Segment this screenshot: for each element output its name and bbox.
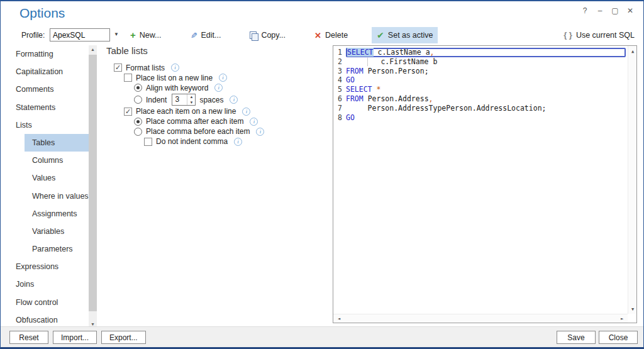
sidebar-item-joins[interactable]: Joins (6, 275, 89, 293)
sidebar-item-columns[interactable]: Columns (6, 152, 89, 169)
horizontal-scrollbar[interactable]: ◄ ► (333, 314, 628, 323)
scrollbar-thumb[interactable] (89, 55, 97, 311)
sql-token: * (376, 85, 380, 94)
sidebar-item-assignments[interactable]: Assignments (6, 205, 89, 223)
new-button[interactable]: +New... (125, 28, 167, 43)
radio-place-comma-before-each-item[interactable] (134, 128, 142, 136)
radio-align-with-keyword[interactable] (134, 84, 142, 92)
toolbar: Profile: ▼ +New...✎Edit...Copy...✕Delete… (1, 26, 643, 44)
checkbox-do-not-indent-comma[interactable] (144, 138, 152, 146)
sidebar-item-expressions[interactable]: Expressions (6, 258, 89, 275)
sql-token: GO (346, 113, 355, 122)
panel-heading: Table lists (106, 45, 330, 56)
scroll-up-icon[interactable]: ▲ (628, 47, 637, 56)
sql-lines: 1SELECT c.LastName a,2 c.FirstName b3FRO… (335, 48, 626, 122)
sql-line[interactable]: 4GO (335, 75, 626, 85)
footer-bar: ResetImport...Export... SaveClose (1, 326, 643, 347)
sql-line[interactable]: 2 c.FirstName b (335, 57, 626, 67)
checkbox-place-each-item-on-a-new-line[interactable]: ✓ (124, 108, 132, 116)
scroll-up-icon[interactable]: ▲ (89, 45, 97, 53)
page-title: Options (19, 6, 65, 21)
sidebar-item-variables[interactable]: Variables (6, 223, 89, 240)
help-button[interactable]: ? (579, 5, 591, 16)
sql-token: SELECT (347, 48, 374, 57)
option-label: Place each item on a new line (136, 107, 236, 116)
sql-line-content: GO (346, 75, 626, 85)
edit-button[interactable]: ✎Edit... (186, 28, 226, 43)
scroll-down-icon[interactable]: ▼ (628, 305, 637, 314)
sidebar-item-tables[interactable]: Tables (6, 134, 89, 152)
spin-down-icon[interactable]: ▼ (187, 100, 195, 106)
option-label: Align with keyword (146, 84, 208, 92)
info-icon[interactable]: i (250, 118, 258, 126)
info-icon[interactable]: i (230, 96, 238, 104)
toolbar-buttons: +New...✎Edit...Copy...✕Delete✔Set as act… (125, 26, 438, 44)
option-row-place-comma-before-each-item: Place comma before each itemi (106, 127, 330, 137)
set-as-active-label: Set as active (388, 31, 433, 40)
close-button[interactable]: ✕ (625, 5, 636, 16)
import-button[interactable]: Import... (53, 331, 97, 344)
scroll-right-icon[interactable]: ► (618, 314, 626, 323)
sql-line[interactable]: 7 Person.AddressTypePerson.AddressLocati… (335, 104, 626, 113)
sql-token: c.FirstName b (346, 57, 437, 66)
sql-line[interactable]: 1SELECT c.LastName a, (335, 48, 626, 57)
copy-button[interactable]: Copy... (245, 28, 291, 43)
sql-token: Person.Person; (364, 67, 429, 75)
export-button[interactable]: Export... (101, 331, 146, 344)
scroll-left-icon[interactable]: ◄ (335, 314, 343, 323)
plus-icon: + (130, 32, 136, 38)
sql-line[interactable]: 8GO (335, 113, 626, 123)
profile-input[interactable] (50, 28, 110, 42)
option-label: Do not indent comma (156, 137, 228, 146)
info-icon[interactable]: i (256, 128, 264, 136)
option-label: Place list on a new line (136, 74, 213, 82)
sql-token: c.LastName a (374, 48, 430, 57)
radio-place-comma-after-each-item[interactable] (134, 118, 142, 126)
line-number: 4 (335, 75, 342, 85)
delete-button[interactable]: ✕Delete (309, 28, 353, 43)
sidebar-item-statements[interactable]: Statements (6, 99, 89, 116)
option-row-place-comma-after-each-item: Place comma after each itemi (106, 117, 330, 127)
line-number: 5 (335, 85, 342, 94)
sql-token: Person.AddressTypePerson.AddressLocation… (346, 104, 547, 113)
indent-spinner[interactable]: 3▲▼ (172, 94, 196, 106)
sidebar-item-where-in-values[interactable]: Where in values (6, 187, 89, 205)
save-button[interactable]: Save (557, 331, 596, 344)
sidebar-item-parameters[interactable]: Parameters (6, 240, 89, 258)
sidebar-item-capitalization[interactable]: Capitalization (6, 63, 89, 80)
use-current-sql-label: Use current SQL (576, 31, 635, 40)
use-current-sql-button[interactable]: { } Use current SQL (564, 30, 635, 40)
sidebar-item-values[interactable]: Values (6, 169, 89, 187)
sql-token: SELECT (346, 85, 372, 94)
reset-button[interactable]: Reset (9, 331, 48, 344)
option-row-align-with-keyword: Align with keywordi (106, 83, 330, 93)
sidebar-item-comments[interactable]: Comments (6, 80, 89, 98)
sidebar-item-formatting[interactable]: Formatting (6, 45, 89, 63)
sql-line-content: FROM Person.Address, (346, 94, 626, 104)
maximize-button[interactable]: ▢ (609, 5, 621, 16)
sidebar-item-lists[interactable]: Lists (6, 116, 89, 134)
sql-token: , (429, 94, 433, 103)
info-icon[interactable]: i (214, 84, 223, 92)
info-icon[interactable]: i (242, 108, 250, 116)
sql-line[interactable]: 3FROM Person.Person; (335, 67, 626, 76)
info-icon[interactable]: i (219, 74, 227, 82)
window-controls: ?–▢✕ (579, 5, 636, 16)
vertical-scrollbar[interactable]: ▲ ▼ (628, 46, 636, 314)
checkbox-format-lists[interactable]: ✓ (114, 64, 122, 72)
info-icon[interactable]: i (171, 64, 179, 72)
set-as-active-button[interactable]: ✔Set as active (372, 27, 438, 43)
spin-up-icon[interactable]: ▲ (187, 94, 195, 100)
sidebar-scrollbar[interactable]: ▲ ▼ (89, 45, 97, 328)
sql-line-content: SELECT * (346, 85, 626, 94)
info-icon[interactable]: i (234, 138, 242, 146)
profile-dropdown-icon[interactable]: ▼ (114, 31, 119, 37)
sidebar-item-flow-control[interactable]: Flow control (6, 294, 89, 311)
checkbox-place-list-on-a-new-line[interactable] (124, 74, 132, 82)
sql-preview-panel[interactable]: 1SELECT c.LastName a,2 c.FirstName b3FRO… (333, 45, 637, 323)
radio-indent[interactable] (134, 96, 142, 104)
minimize-button[interactable]: – (594, 5, 606, 16)
close-button[interactable]: Close (599, 331, 638, 344)
sql-line[interactable]: 6FROM Person.Address, (335, 94, 626, 104)
sql-line[interactable]: 5SELECT * (335, 85, 626, 94)
